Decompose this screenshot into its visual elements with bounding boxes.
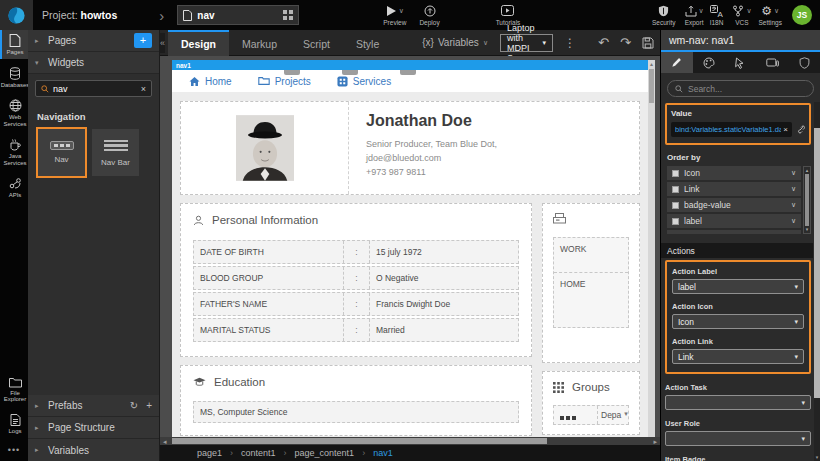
contact-row-home[interactable]: HOME [554, 273, 628, 327]
preview-button[interactable]: ∨ Preview [383, 5, 406, 26]
add-prefab-icon[interactable]: + [146, 400, 152, 411]
widget-tile-nav[interactable]: Nav [38, 129, 85, 176]
canvas-vertical-scrollbar[interactable]: ▴ [648, 60, 655, 437]
undo-button[interactable]: ↶ [598, 36, 609, 49]
inspector-scrollbar[interactable]: ▾ [814, 102, 820, 461]
order-by-item[interactable]: Link ∨ [667, 182, 801, 196]
variables-section-header[interactable]: ▸ Variables [28, 439, 159, 461]
table-row[interactable]: FATHER'S NAME : Francis Dwight Doe [193, 292, 519, 316]
bind-link-icon[interactable] [796, 125, 805, 134]
user-role-select[interactable]: ▾ [665, 431, 811, 446]
breadcrumb-item-current[interactable]: nav1 [373, 448, 393, 458]
export-button[interactable]: ∨ Export [685, 5, 704, 26]
breadcrumb-item[interactable]: page1 [197, 448, 222, 458]
rail-item-java-services[interactable]: Java Services [0, 134, 28, 169]
drag-handle[interactable] [342, 70, 358, 75]
prefabs-section-header[interactable]: ▸ Prefabs ↻+ [28, 395, 159, 417]
personal-info-panel[interactable]: Personal Information DATE OF BIRTH : 15 … [180, 203, 532, 357]
clear-binding-icon[interactable]: × [783, 125, 788, 134]
widget-search-input[interactable] [53, 84, 137, 94]
groups-row[interactable]: Depa ▾ [553, 405, 629, 425]
tab-events[interactable] [725, 52, 757, 73]
nav-item-home[interactable]: Home [189, 76, 232, 87]
property-search-input[interactable] [688, 84, 806, 94]
breadcrumb-item[interactable]: page_content1 [295, 448, 355, 458]
order-by-item[interactable]: label ∨ [667, 214, 801, 228]
nav-item-services[interactable]: Services [337, 76, 391, 87]
drag-handle[interactable] [400, 70, 416, 75]
security-button[interactable]: Security [652, 5, 675, 26]
drag-handle[interactable] [284, 70, 300, 75]
rail-item-file-explorer[interactable]: File Explorer [0, 373, 28, 406]
tab-markup[interactable]: Markup [229, 30, 290, 56]
action-task-select[interactable]: ▾ [665, 395, 811, 410]
page-structure-section-header[interactable]: ▸ Page Structure [28, 417, 159, 439]
i18n-button[interactable]: A I18N [710, 5, 724, 26]
settings-button[interactable]: ⚙∨ Settings [759, 5, 783, 26]
add-page-button[interactable]: + [134, 33, 152, 48]
order-by-item[interactable]: Icon ∨ [667, 166, 801, 180]
tab-properties[interactable] [661, 52, 693, 73]
device-selector[interactable]: Laptop with MDPI Screen ▾ [500, 34, 553, 52]
variables-dropdown[interactable]: {x} Variables ∨ [422, 37, 488, 48]
profile-panel[interactable]: Jonathan Doe Senior Producer, Team Blue … [180, 101, 640, 195]
groups-panel[interactable]: Groups Depa ▾ [542, 371, 640, 435]
education-row[interactable]: MS, Computer Science [193, 401, 519, 423]
more-menu-button[interactable]: ⋮ [564, 37, 576, 49]
page-switcher[interactable]: nav [177, 5, 299, 25]
property-search[interactable] [667, 80, 814, 97]
action-icon-select[interactable]: Icon ▾ [672, 314, 804, 329]
nav-item-projects[interactable]: Projects [258, 76, 311, 87]
tab-styles[interactable] [693, 52, 725, 73]
action-label-select[interactable]: label ▾ [672, 279, 804, 294]
value-binding-input[interactable]: bind:Variables.staticVariable1.dataSet × [671, 122, 792, 137]
widgets-section-header[interactable]: ▾ Widgets [28, 52, 159, 74]
rail-item-databases[interactable]: Databases [0, 63, 28, 92]
selection-bar[interactable]: nav1 [172, 60, 648, 70]
tab-device[interactable] [756, 52, 788, 73]
checkbox[interactable] [672, 170, 679, 177]
checkbox[interactable] [672, 218, 679, 225]
tab-script[interactable]: Script [290, 30, 343, 56]
canvas-page[interactable]: nav1 Home Projects [172, 60, 648, 437]
rail-item-pages[interactable]: Pages [0, 30, 28, 59]
rail-more-button[interactable]: ••• [0, 441, 28, 461]
table-row[interactable]: DATE OF BIRTH : 15 july 1972 [193, 240, 519, 264]
save-button[interactable] [642, 37, 654, 49]
apps-grid-icon[interactable] [283, 10, 293, 20]
pages-section-header[interactable]: ▸ Pages + [28, 30, 159, 52]
education-panel[interactable]: Education MS, Computer Science [180, 365, 532, 436]
actions-section-header[interactable]: Actions [661, 243, 813, 258]
table-row[interactable]: BLOOD GROUP : O Negative [193, 266, 519, 290]
chevron-down-icon[interactable]: ∨ [791, 169, 796, 177]
user-avatar[interactable]: JS [792, 5, 812, 25]
vcs-button[interactable]: ∨ VCS [732, 5, 751, 26]
refresh-icon[interactable]: ↻ [130, 400, 138, 411]
tab-design[interactable]: Design [168, 30, 229, 56]
collapse-left-panel-button[interactable]: « [160, 33, 165, 53]
clear-search-icon[interactable]: × [141, 84, 146, 94]
widget-tile-navbar[interactable]: Nav Bar [92, 129, 139, 176]
order-by-item[interactable]: badge-value ∨ [667, 198, 801, 212]
rail-item-web-services[interactable]: Web Services [0, 95, 28, 130]
chevron-down-icon[interactable]: ∨ [791, 185, 796, 193]
breadcrumb-item[interactable]: content1 [241, 448, 276, 458]
deploy-button[interactable]: Deploy [419, 5, 439, 26]
contact-row-work[interactable]: WORK [554, 238, 628, 273]
tab-security[interactable] [788, 52, 820, 73]
tab-style[interactable]: Style [343, 30, 392, 56]
action-link-select[interactable]: Link ▾ [672, 349, 804, 364]
checkbox[interactable] [672, 186, 679, 193]
chevron-down-icon[interactable]: ∨ [791, 217, 796, 225]
groups-dropdown[interactable]: Depa ▾ [598, 406, 628, 424]
rail-item-apis[interactable]: APIs [0, 173, 28, 202]
redo-button[interactable]: ↷ [620, 36, 631, 49]
widget-search[interactable]: × [35, 80, 152, 97]
table-row[interactable]: MARITAL STATUS : Married [193, 318, 519, 342]
chevron-down-icon[interactable]: ∨ [791, 201, 796, 209]
rail-item-logs[interactable]: Logs [0, 410, 28, 438]
wavemaker-logo[interactable] [0, 0, 33, 30]
canvas-horizontal-scrollbar[interactable]: ◂ ▸ [160, 437, 660, 445]
contact-panel[interactable]: WORK HOME [542, 203, 640, 363]
order-by-scrollbar[interactable]: ▴ ▾ [803, 166, 811, 234]
